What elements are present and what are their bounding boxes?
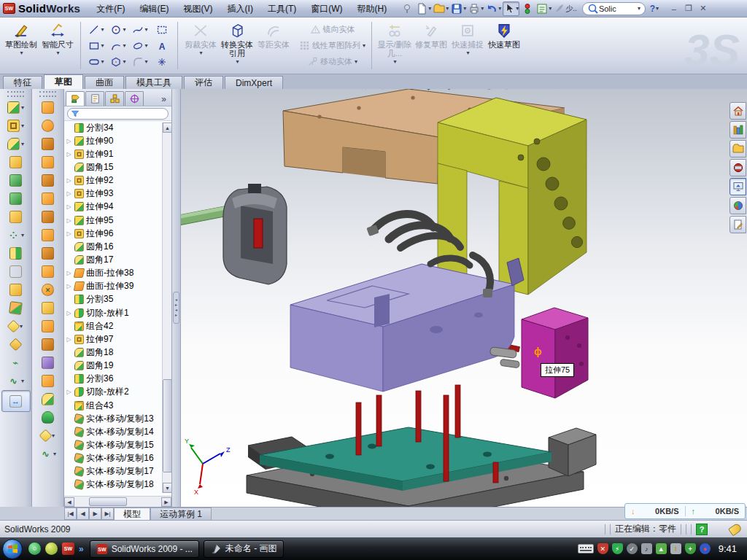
tree-item-拉伸92[interactable]: ▷拉伸92 [66, 174, 171, 187]
graphics-area[interactable]: ϕ Y Z X ▾▾▾▾▾ –❐✕ 拉伸75 [181, 89, 747, 507]
features-tool-7[interactable] [1, 208, 31, 226]
scroll-down-button[interactable]: ▼ [163, 483, 172, 493]
help-button[interactable]: ?▾ [647, 1, 662, 16]
tree-item-拉伸96[interactable]: ▷拉伸96 [66, 227, 171, 240]
expand-arrow-icon[interactable]: ▷ [66, 310, 72, 316]
dropdown-arrow-icon[interactable]: ▾ [549, 5, 551, 12]
new-document-button[interactable]: ▾ [415, 1, 432, 16]
tray-defender-icon[interactable]: + [685, 543, 696, 554]
appearances-tab[interactable] [729, 197, 746, 214]
configurationmanager-tab[interactable] [105, 91, 124, 106]
features-tool-16[interactable]: ∿▾ [1, 372, 31, 390]
search-dropdown-icon[interactable]: ▾ [638, 5, 640, 12]
tray-blocked-icon[interactable]: ● [700, 543, 711, 554]
dimxpertmanager-tab[interactable] [125, 91, 144, 106]
tab-nav-4-button[interactable]: ▶| [101, 508, 114, 520]
tree-item-拉伸90[interactable]: ▷拉伸90 [66, 134, 171, 147]
surfaces-tool-6[interactable] [34, 190, 63, 208]
tree-item-拉伸94[interactable]: ▷拉伸94 [66, 201, 171, 214]
quicklaunch-ball-icon[interactable] [45, 542, 58, 555]
save-button[interactable]: ▾ [450, 1, 467, 16]
surfaces-tool-14[interactable] [34, 335, 63, 354]
surfaces-tool-10[interactable] [34, 262, 63, 281]
tree-horizontal-scrollbar[interactable]: ◀ ▶ [64, 496, 171, 507]
dropdown-arrow-icon[interactable]: ▾ [21, 141, 24, 147]
tab-DimXpert[interactable]: DimXpert [225, 76, 283, 89]
close-button[interactable]: ✕ [697, 3, 710, 15]
tree-item-圆角18[interactable]: 圆角18 [66, 346, 171, 359]
dropdown-arrow-icon[interactable]: ▾ [21, 122, 24, 129]
tree-item-切除-放样2[interactable]: ▷切除-放样2 [66, 386, 171, 399]
view-palette-tab[interactable] [729, 178, 746, 195]
tray-patch-icon[interactable]: ✓ [627, 543, 638, 554]
tree-item-曲面-拉伸39[interactable]: ▷曲面-拉伸39 [66, 280, 171, 293]
surfaces-tool-4[interactable] [34, 153, 63, 171]
tree-item-曲面-拉伸38[interactable]: ▷曲面-拉伸38 [66, 267, 171, 280]
expand-arrow-icon[interactable]: ▷ [66, 336, 72, 343]
quicklaunch-sw-cube-icon[interactable]: SW [62, 542, 74, 555]
tree-item-圆角19[interactable]: 圆角19 [66, 359, 171, 373]
expand-arrow-icon[interactable]: ▷ [66, 283, 72, 289]
tab-nav-1-button[interactable]: |◀ [64, 508, 77, 520]
slot-button[interactable]: ▾ [85, 54, 107, 70]
tree-item-实体-移动/复制13[interactable]: 实体-移动/复制13 [66, 412, 171, 425]
expand-arrow-icon[interactable]: ▷ [66, 203, 72, 210]
tree-item-圆角16[interactable]: 圆角16 [66, 240, 171, 253]
tab-特征[interactable]: 特征 [3, 76, 42, 89]
search-input[interactable] [599, 4, 637, 13]
features-tool-3[interactable]: ▾ [1, 135, 31, 153]
features-tool-4[interactable] [1, 153, 31, 171]
dropdown-arrow-icon[interactable]: ▾ [20, 323, 23, 330]
file-explorer-tab[interactable] [729, 140, 746, 158]
tree-vertical-scrollbar[interactable]: ▲ ▼ [162, 122, 171, 493]
tree-filter-input[interactable] [67, 108, 169, 120]
dropdown-arrow-icon[interactable]: ▾ [236, 58, 239, 65]
features-tool-11[interactable] [1, 281, 31, 299]
dropdown-arrow-icon[interactable]: ▾ [199, 50, 202, 56]
surfaces-tool-3[interactable] [34, 135, 63, 153]
tree-item-拉伸97[interactable]: ▷拉伸97 [66, 332, 171, 346]
tree-item-分割34[interactable]: 分割34 [66, 121, 171, 134]
tab-nav-3-button[interactable]: ▶ [89, 508, 101, 520]
tray-audio-icon[interactable]: ♪ [641, 543, 652, 554]
dropdown-arrow-icon[interactable]: ▾ [467, 50, 470, 56]
tab-曲面[interactable]: 曲面 [85, 76, 124, 89]
custom-properties-tab[interactable] [729, 216, 746, 233]
dropdown-arrow-icon[interactable]: ▾ [101, 42, 104, 49]
surfaces-tool-1[interactable] [34, 98, 63, 117]
dropdown-arrow-icon[interactable]: ▾ [144, 26, 147, 33]
select-entities-button[interactable] [151, 22, 173, 38]
propertymanager-tab[interactable] [85, 91, 104, 106]
tree-item-组合43[interactable]: 组合43 [66, 399, 171, 412]
sketch-button[interactable]: 草图绘制▾ [3, 20, 39, 72]
panel-splitter[interactable]: ◂▸◂▸ [172, 89, 181, 507]
dropdown-arrow-icon[interactable]: ▾ [481, 5, 484, 12]
surfaces-tool-19[interactable]: ▾ [34, 427, 63, 445]
featuremanager-tab[interactable] [66, 91, 85, 106]
surfaces-tool-11[interactable]: ✕ [34, 281, 63, 299]
tag-icon[interactable] [728, 522, 743, 536]
3d-model-exploded-view[interactable]: ϕ Y Z X [181, 89, 747, 507]
start-button[interactable] [2, 539, 23, 559]
expand-arrow-icon[interactable]: ▷ [66, 270, 72, 276]
dropdown-arrow-icon[interactable]: ▾ [123, 58, 125, 65]
taskbar-button-未命名 - 画图[interactable]: 未命名 - 画图 [204, 540, 284, 558]
tree-item-分割36[interactable]: 分割36 [66, 373, 171, 386]
menu-2[interactable]: 编辑(E) [133, 0, 177, 18]
tree-item-实体-移动/复制18[interactable]: 实体-移动/复制18 [66, 478, 171, 491]
tab-模具工具[interactable]: 模具工具 [125, 76, 182, 89]
surfaces-tool-18[interactable] [34, 408, 63, 427]
features-tool-1[interactable]: ▾ [1, 98, 31, 117]
tray-security-icon[interactable]: ⚡ [612, 543, 623, 554]
dropdown-arrow-icon[interactable]: ▾ [123, 42, 125, 49]
quicklaunch-overflow-button[interactable]: » [79, 544, 84, 554]
tab-草图[interactable]: 草图 [44, 74, 83, 89]
search-box[interactable]: ▾ [582, 2, 646, 15]
scroll-thumb[interactable] [163, 379, 172, 472]
scroll-right-button[interactable]: ▶ [161, 497, 171, 507]
scroll-thumb[interactable] [89, 497, 127, 506]
menu-4[interactable]: 插入(I) [220, 0, 260, 18]
minimize-button[interactable]: – [667, 3, 681, 15]
spline-button[interactable]: ▾ [129, 22, 151, 38]
splitter-handle[interactable]: ◂▸◂▸ [173, 292, 179, 324]
